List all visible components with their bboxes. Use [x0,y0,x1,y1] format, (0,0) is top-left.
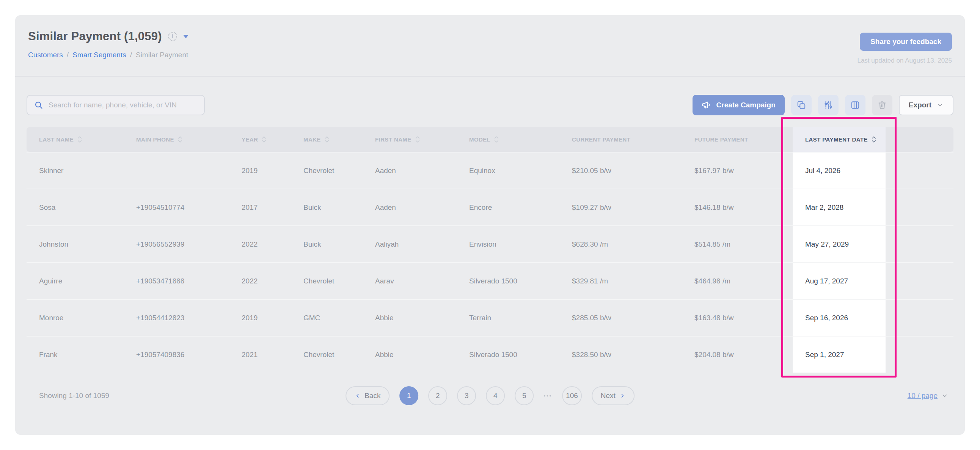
cell-year: 2019 [229,153,291,188]
sort-icon [77,136,82,143]
pager: Back 1 2 3 4 5 ••• 106 Next [345,386,635,405]
next-button[interactable]: Next [592,386,635,405]
column-header-current-payment[interactable]: CURRENT PAYMENT [559,127,682,152]
search-input[interactable] [49,101,197,109]
cell-make: Buick [291,226,363,262]
cell-model: Encore [457,189,559,225]
filter-button[interactable] [818,95,838,115]
chevron-down-icon[interactable] [183,35,188,38]
cell-current-payment: $628.30 /m [559,226,682,262]
table-row[interactable]: Skinner 2019 Chevrolet Aaden Equinox $21… [27,152,953,188]
column-header-label: FUTURE PAYMENT [694,136,748,143]
cell-last-payment-date: Aug 17, 2027 [793,263,886,299]
column-header-label: CURRENT PAYMENT [572,136,630,143]
cell-last-name: Skinner [27,153,124,188]
copy-icon [796,100,806,110]
cell-last-name: Frank [27,337,124,373]
column-header-label: MAKE [304,136,321,143]
page-button-4[interactable]: 4 [486,386,505,405]
breadcrumb-separator: / [67,51,68,59]
cell-main-phone [124,153,229,188]
cell-model: Terrain [457,300,559,336]
cell-main-phone: +19054412823 [124,300,229,336]
cell-first-name: Aaliyah [363,226,457,262]
page-title: Similar Payment (1,059) [28,30,162,43]
page-button-2[interactable]: 2 [428,386,447,405]
breadcrumb-link-customers[interactable]: Customers [28,51,63,59]
cell-year: 2022 [229,226,291,262]
delete-button[interactable] [872,95,892,115]
sort-icon [415,136,420,143]
page-header-left: Similar Payment (1,059) i Customers / Sm… [28,30,188,59]
pagination-bar: Showing 1-10 of 1059 Back 1 2 3 4 5 ••• … [27,386,953,405]
cell-last-name: Aguirre [27,263,124,299]
breadcrumb-link-smart-segments[interactable]: Smart Segments [72,51,126,59]
cell-future-payment: $146.18 b/w [682,189,793,225]
cell-last-name: Johnston [27,226,124,262]
cell-year: 2022 [229,263,291,299]
cell-year: 2017 [229,189,291,225]
cell-filler [886,337,953,373]
last-updated-text: Last updated on August 13, 2025 [857,57,952,64]
column-header-label: LAST PAYMENT DATE [805,136,868,143]
columns-icon [850,100,860,110]
table-row[interactable]: Frank +19057409836 2021 Chevrolet Abbie … [27,336,953,373]
cell-current-payment: $210.05 b/w [559,153,682,188]
page-header: Similar Payment (1,059) i Customers / Sm… [15,23,965,77]
page-button-5[interactable]: 5 [515,386,534,405]
breadcrumb: Customers / Smart Segments / Similar Pay… [28,51,188,59]
cell-future-payment: $167.97 b/w [682,153,793,188]
cell-current-payment: $329.81 /m [559,263,682,299]
column-header-last-payment-date[interactable]: LAST PAYMENT DATE [793,127,886,152]
chevron-left-icon [355,393,361,399]
create-campaign-button[interactable]: Create Campaign [692,95,785,115]
cell-main-phone: +19057409836 [124,337,229,373]
chevron-down-icon [941,393,948,399]
column-header-make[interactable]: MAKE [291,127,363,152]
columns-button[interactable] [845,95,865,115]
cell-filler [886,263,953,299]
results-summary: Showing 1-10 of 1059 [27,392,109,400]
back-button[interactable]: Back [345,386,390,405]
column-header-label: YEAR [242,136,258,143]
search-icon [34,101,43,110]
table-row[interactable]: Aguirre +19053471888 2022 Chevrolet Aara… [27,262,953,299]
chevron-right-icon [619,393,625,399]
table-row[interactable]: Johnston +19056552939 2022 Buick Aaliyah… [27,225,953,262]
cell-make: GMC [291,300,363,336]
table-row[interactable]: Sosa +19054510774 2017 Buick Aaden Encor… [27,188,953,225]
column-header-future-payment[interactable]: FUTURE PAYMENT [682,127,793,152]
column-header-first-name[interactable]: FIRST NAME [363,127,457,152]
cell-first-name: Aaden [363,189,457,225]
share-feedback-button[interactable]: Share your feedback [860,33,952,51]
page-size-selector[interactable]: 10 / page [908,392,948,400]
back-label: Back [364,392,380,400]
table-header-row: LAST NAME MAIN PHONE YEAR MAKE FIRST NAM… [27,127,953,152]
page-button-106[interactable]: 106 [562,386,582,405]
table-row[interactable]: Monroe +19054412823 2019 GMC Abbie Terra… [27,299,953,336]
info-icon[interactable]: i [168,32,177,41]
column-header-label: MAIN PHONE [136,136,174,143]
page-button-1[interactable]: 1 [399,386,418,405]
cell-make: Buick [291,189,363,225]
column-header-label: FIRST NAME [375,136,412,143]
column-header-model[interactable]: MODEL [457,127,559,152]
pagination-ellipsis: ••• [544,393,552,399]
column-header-year[interactable]: YEAR [229,127,291,152]
cell-model: Equinox [457,153,559,188]
cell-current-payment: $328.50 b/w [559,337,682,373]
sort-icon [178,136,183,143]
column-header-last-name[interactable]: LAST NAME [27,127,124,152]
search-box[interactable] [27,95,205,115]
copy-button[interactable] [791,95,811,115]
breadcrumb-current: Similar Payment [136,51,188,59]
create-campaign-label: Create Campaign [716,101,776,109]
page-button-3[interactable]: 3 [457,386,476,405]
cell-last-name: Sosa [27,189,124,225]
next-label: Next [601,392,616,400]
cell-main-phone: +19053471888 [124,263,229,299]
cell-filler [886,189,953,225]
export-button[interactable]: Export [899,95,953,115]
column-header-main-phone[interactable]: MAIN PHONE [124,127,229,152]
cell-filler [886,226,953,262]
